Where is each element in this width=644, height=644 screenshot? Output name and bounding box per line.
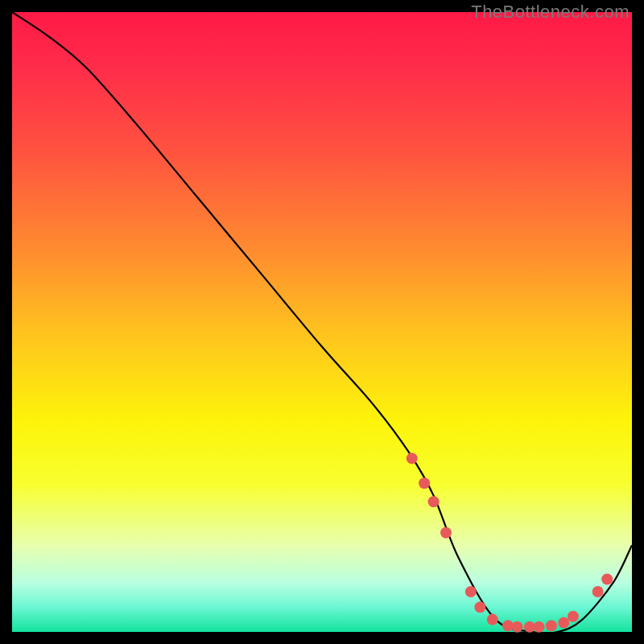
curve-marker — [487, 614, 498, 625]
curve-markers — [407, 452, 613, 632]
curve-marker — [546, 620, 557, 631]
curve-marker — [474, 601, 485, 613]
curve-marker — [512, 621, 523, 633]
curve-marker — [440, 527, 452, 539]
curve-marker — [534, 621, 545, 633]
chart-svg — [12, 12, 632, 632]
curve-marker — [419, 477, 430, 489]
curve-marker — [601, 574, 613, 585]
curve-marker — [568, 611, 579, 622]
plot-area — [12, 12, 632, 632]
curve-marker — [407, 452, 418, 464]
curve-marker — [428, 496, 440, 507]
curve-marker — [592, 586, 604, 597]
curve-marker — [465, 586, 477, 597]
curve-marker — [558, 617, 569, 629]
watermark-text: TheBottleneck.com — [471, 2, 630, 23]
bottleneck-curve — [12, 12, 632, 634]
chart-frame: TheBottleneck.com — [0, 0, 644, 644]
